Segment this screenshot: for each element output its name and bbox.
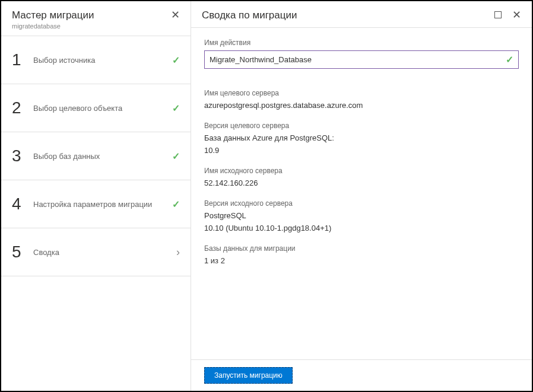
target-server-value: azurepostgresql.postgres.database.azure.… — [204, 101, 519, 110]
step-label: Настройка параметров миграции — [33, 200, 172, 209]
sidebar-header: Мастер миграции migratedatabase ✕ — [1, 1, 191, 36]
check-icon: ✓ — [172, 103, 180, 114]
wizard-steps: 1 Выбор источника ✓ 2 Выбор целевого объ… — [1, 36, 191, 276]
source-version-value-line2: 10.10 (Ubuntu 10.10-1.pgdg18.04+1) — [204, 224, 519, 232]
target-version-label: Версия целевого сервера — [204, 122, 519, 130]
source-server-label: Имя исходного сервера — [204, 167, 519, 175]
step-label: Выбор источника — [33, 56, 172, 65]
target-version-value-line1: База данных Azure для PostgreSQL: — [204, 133, 519, 142]
chevron-right-icon: › — [176, 246, 180, 259]
step-source[interactable]: 1 Выбор источника ✓ — [1, 36, 191, 84]
check-icon: ✓ — [172, 55, 180, 66]
run-migration-button[interactable]: Запустить миграцию — [204, 367, 293, 384]
step-number: 1 — [12, 50, 33, 69]
close-icon[interactable]: ✕ — [171, 9, 180, 20]
wizard-subtitle: migratedatabase — [12, 23, 94, 30]
step-target[interactable]: 2 Выбор целевого объекта ✓ — [1, 84, 191, 132]
step-number: 2 — [12, 98, 33, 117]
step-number: 4 — [12, 195, 33, 213]
source-server-value: 52.142.160.226 — [204, 179, 519, 187]
action-name-label: Имя действия — [204, 39, 519, 47]
footer: Запустить миграцию — [191, 359, 532, 391]
wizard-sidebar: Мастер миграции migratedatabase ✕ 1 Выбо… — [1, 1, 191, 391]
step-label: Выбор целевого объекта — [33, 104, 172, 113]
main-panel: Сводка по миграции ✕ Имя действия ✓ Имя … — [191, 1, 532, 391]
step-settings[interactable]: 4 Настройка параметров миграции ✓ — [1, 180, 191, 228]
step-label: Сводка — [33, 248, 176, 257]
target-server-label: Имя целевого сервера — [204, 89, 519, 97]
main-header: Сводка по миграции ✕ — [191, 1, 532, 28]
header-actions: ✕ — [494, 9, 521, 20]
source-version-label: Версия исходного сервера — [204, 199, 519, 208]
step-summary[interactable]: 5 Сводка › — [1, 228, 191, 276]
wizard-title: Мастер миграции — [12, 9, 94, 21]
check-icon: ✓ — [172, 199, 180, 210]
close-icon[interactable]: ✕ — [512, 9, 521, 20]
maximize-icon[interactable] — [494, 11, 502, 18]
action-name-field-wrapper[interactable]: ✓ — [204, 50, 519, 69]
page-title: Сводка по миграции — [202, 9, 297, 21]
summary-body: Имя действия ✓ Имя целевого сервера azur… — [191, 28, 532, 359]
source-version-value-line1: PostgreSQL — [204, 211, 519, 220]
check-icon: ✓ — [172, 151, 180, 162]
step-databases[interactable]: 3 Выбор баз данных ✓ — [1, 132, 191, 180]
step-number: 3 — [12, 146, 33, 165]
step-label: Выбор баз данных — [33, 152, 172, 161]
step-number: 5 — [12, 243, 33, 262]
databases-value: 1 из 2 — [204, 256, 519, 265]
check-icon: ✓ — [506, 54, 513, 65]
action-name-input[interactable] — [210, 55, 506, 64]
databases-label: Базы данных для миграции — [204, 244, 519, 253]
target-version-value-line2: 10.9 — [204, 146, 519, 155]
